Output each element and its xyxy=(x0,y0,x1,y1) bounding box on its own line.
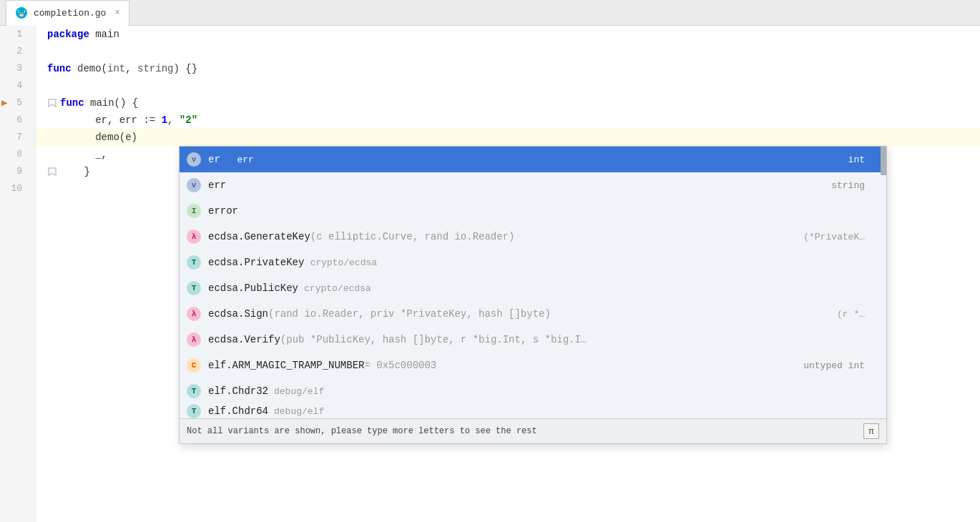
svg-point-7 xyxy=(21,8,24,12)
ac-badge-elf-arm: C xyxy=(187,358,201,373)
line-num-5: ▶ 5 xyxy=(0,94,28,112)
str-2: "2" xyxy=(180,112,197,129)
underscore-comma: _, xyxy=(47,146,107,163)
ac-pkg-chdr32: debug/elf xyxy=(274,386,324,397)
ac-name-chdr64: elf.Chdr64 xyxy=(208,405,268,417)
bookmark-icon-5 xyxy=(47,98,57,108)
svg-point-5 xyxy=(19,14,24,16)
line-num-10: 10 xyxy=(0,180,28,197)
ac-name-err: err xyxy=(208,179,226,191)
ac-scrollbar-thumb xyxy=(881,147,886,175)
ac-params-generatekey: (c elliptic.Curve, rand io.Reader) xyxy=(310,231,515,242)
bookmark-icon-9 xyxy=(47,167,57,177)
ac-item-elf-chdr64[interactable]: T elf.Chdr64 debug/elf xyxy=(180,404,886,418)
ac-item-err[interactable]: v err string xyxy=(180,172,886,198)
ac-name-sign: ecdsa.Sign xyxy=(208,308,268,320)
ac-item-elf-chdr32[interactable]: T elf.Chdr32 debug/elf xyxy=(180,378,886,404)
ac-pkg-chdr64: debug/elf xyxy=(274,406,324,417)
ac-type-er: int xyxy=(848,154,879,165)
comma-2: , xyxy=(167,112,180,129)
pi-icon: π xyxy=(863,423,879,439)
code-line-4 xyxy=(36,77,980,94)
type-string: string xyxy=(137,60,173,77)
line-num-4: 4 xyxy=(0,77,28,94)
line-num-9: 9 xyxy=(0,163,28,180)
ac-params-verify: (pub *PublicKey, hash []byte, r *big.Int… xyxy=(280,334,587,345)
ac-badge-chdr32: T xyxy=(187,384,201,398)
ac-pkg-publickey: crypto/ecdsa xyxy=(304,283,371,294)
ac-extra-generatekey: (*PrivateK… xyxy=(803,232,879,242)
tab-close-button[interactable]: × xyxy=(114,8,119,18)
code-line-5: func main() { xyxy=(36,94,980,112)
ac-params-sign: (rand io.Reader, priv *PrivateKey, hash … xyxy=(268,308,551,320)
line-num-2: 2 xyxy=(0,43,28,60)
ac-badge-err: v xyxy=(187,178,201,192)
closing-brace: } xyxy=(60,163,90,180)
line-num-3: 3 xyxy=(0,60,28,77)
svg-point-6 xyxy=(19,8,21,12)
line-num-1: 1 xyxy=(0,26,28,43)
fn-demo: demo( xyxy=(72,60,107,77)
ac-extra-er: err xyxy=(226,154,254,165)
code-line-1: package main xyxy=(36,26,980,43)
ac-badge-privatekey: T xyxy=(187,255,201,270)
code-line-6: er, err := 1, "2" xyxy=(36,112,980,129)
close-demo: ) {} xyxy=(173,60,197,77)
ac-type-err: string xyxy=(831,180,879,191)
ac-name-verify: ecdsa.Verify xyxy=(208,334,280,345)
ac-badge-er: v xyxy=(187,152,201,167)
code-line-7: demo(e) xyxy=(36,129,980,146)
ac-name-publickey: ecdsa.PublicKey xyxy=(208,282,298,294)
num-1: 1 xyxy=(162,112,167,129)
ac-pkg-privatekey: crypto/ecdsa xyxy=(310,257,377,268)
ac-badge-sign: λ xyxy=(187,307,201,321)
pkg-name: main xyxy=(89,26,119,43)
comma-sep: , xyxy=(125,60,137,77)
ac-badge-publickey: T xyxy=(187,281,201,295)
ac-badge-generatekey: λ xyxy=(187,230,201,244)
keyword-package: package xyxy=(47,26,89,43)
ac-name-chdr32: elf.Chdr32 xyxy=(208,385,268,397)
editor-container: 1 2 3 4 ▶ 5 6 7 8 9 10 package main func… xyxy=(0,26,980,522)
var-er-err: er, err := xyxy=(47,112,162,129)
ac-val-elf-arm: = 0x5c000003 xyxy=(364,360,436,371)
line-num-7: 7 xyxy=(0,129,28,146)
line-num-8: 8 xyxy=(0,146,28,163)
line-numbers: 1 2 3 4 ▶ 5 6 7 8 9 10 xyxy=(0,26,36,522)
svg-point-0 xyxy=(16,7,27,19)
tab-filename: completion.go xyxy=(34,8,106,19)
ac-type-elf-arm: untyped int xyxy=(803,360,879,371)
ac-item-error[interactable]: I error xyxy=(180,198,886,224)
ac-name-er: er xyxy=(208,154,220,165)
code-line-2 xyxy=(36,43,980,60)
autocomplete-footer: Not all variants are shown, please type … xyxy=(180,418,886,443)
breakpoint-arrow: ▶ xyxy=(1,94,7,112)
keyword-func-5: func xyxy=(60,94,84,112)
ac-name-elf-arm: elf.ARM_MAGIC_TRAMP_NUMBER xyxy=(208,360,364,371)
code-area[interactable]: package main func demo(int, string) {} f… xyxy=(36,26,980,522)
go-gopher-icon xyxy=(15,6,28,19)
fn-main: main() { xyxy=(84,94,139,112)
code-line-3: func demo(int, string) {} xyxy=(36,60,980,77)
ac-badge-error: I xyxy=(187,204,201,218)
ac-badge-chdr64: T xyxy=(187,404,201,418)
tab-bar: completion.go × xyxy=(0,0,980,26)
ac-extra-sign: (r *… xyxy=(837,309,879,320)
ac-name-error: error xyxy=(208,205,238,217)
type-int: int xyxy=(107,60,125,77)
ac-item-ecdsa-publickey[interactable]: T ecdsa.PublicKey crypto/ecdsa xyxy=(180,275,886,301)
autocomplete-dropdown[interactable]: v er err int v err string I error xyxy=(179,146,887,444)
ac-item-ecdsa-verify[interactable]: λ ecdsa.Verify (pub *PublicKey, hash []b… xyxy=(180,327,886,353)
ac-name-generatekey: ecdsa.GenerateKey xyxy=(208,231,310,242)
keyword-func-3: func xyxy=(47,60,72,77)
file-tab[interactable]: completion.go × xyxy=(6,0,129,26)
ac-badge-verify: λ xyxy=(187,333,201,347)
ac-item-ecdsa-sign[interactable]: λ ecdsa.Sign (rand io.Reader, priv *Priv… xyxy=(180,301,886,327)
ac-item-er[interactable]: v er err int xyxy=(180,147,886,172)
ac-item-elf-arm[interactable]: C elf.ARM_MAGIC_TRAMP_NUMBER = 0x5c00000… xyxy=(180,353,886,378)
ac-item-ecdsa-generatekey[interactable]: λ ecdsa.GenerateKey (c elliptic.Curve, r… xyxy=(180,224,886,250)
ac-name-privatekey: ecdsa.PrivateKey xyxy=(208,257,304,268)
ac-item-ecdsa-privatekey[interactable]: T ecdsa.PrivateKey crypto/ecdsa xyxy=(180,250,886,275)
ac-scrollbar[interactable] xyxy=(881,147,886,172)
demo-call: demo(e) xyxy=(47,129,137,146)
